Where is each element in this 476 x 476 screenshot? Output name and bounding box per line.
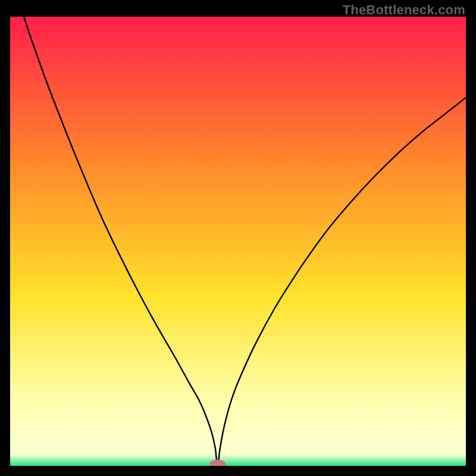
watermark-label: TheBottleneck.com — [343, 2, 465, 18]
chart-frame: TheBottleneck.com — [0, 0, 476, 476]
bottleneck-chart — [10, 17, 466, 466]
gradient-background — [10, 17, 466, 466]
plot-area — [10, 17, 466, 466]
